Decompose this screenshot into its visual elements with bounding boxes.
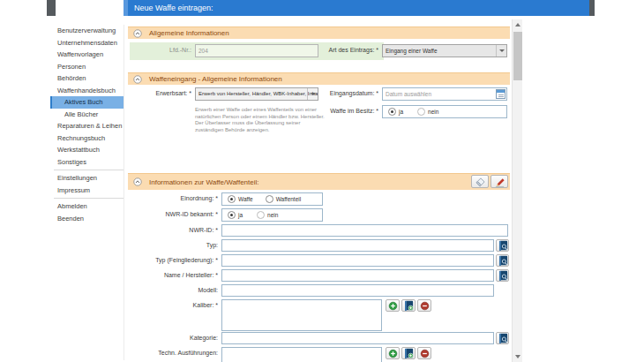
eingangsdatum-input[interactable] [382, 87, 507, 101]
edit-pen-icon [494, 177, 505, 187]
erwerbsart-label: Erwerbsart: * [124, 90, 191, 96]
sidebar-item-abmelden[interactable]: Abmelden [50, 200, 124, 213]
section-header-allgemeine-informationen[interactable]: Allgemeine Informationen [128, 26, 510, 39]
radio-ja[interactable] [388, 108, 396, 116]
chevron-down-icon [515, 355, 520, 358]
radio-nein[interactable] [257, 211, 265, 219]
eraser-icon [475, 177, 486, 187]
name-hersteller-catalog-button[interactable] [496, 269, 509, 282]
art-des-eintrags-dropdown[interactable]: Eingang einer Waffe [382, 44, 507, 57]
sidebar-item-reparaturen-leihen[interactable]: Reparaturen & Leihen [50, 120, 124, 132]
radio-nein-label: nein [267, 212, 278, 218]
name-hersteller-label: Name / Hersteller: * [124, 272, 218, 278]
typ-feingliederung-input[interactable] [221, 254, 494, 267]
waffe-im-besitz-label: Waffe im Besitz: * [311, 108, 378, 114]
collapse-icon[interactable] [133, 177, 142, 186]
collapse-icon[interactable] [133, 75, 142, 84]
kategorie-catalog-button[interactable] [496, 332, 509, 344]
window-corner-right [589, 0, 595, 16]
minus-icon [420, 301, 430, 311]
application-window: Neue Waffe eintragen: Benutzerverwaltung… [0, 0, 644, 362]
chevron-down-icon [496, 45, 506, 57]
sidebar-item-einstellungen[interactable]: Einstellungen [50, 172, 124, 185]
nwr-id-label: NWR-ID: * [124, 227, 218, 233]
kaliber-add-button[interactable] [386, 299, 400, 312]
sidebar-item-unternehmensdaten[interactable]: Unternehmensdaten [50, 37, 124, 49]
kategorie-input[interactable] [221, 332, 494, 344]
radio-waffe[interactable] [228, 195, 236, 203]
sidebar-item-beenden[interactable]: Beenden [50, 213, 124, 225]
kaliber-catalog-add-button[interactable] [401, 299, 416, 312]
typ-label: Typ: [124, 242, 218, 248]
sidebar-item-aktives-buch[interactable]: Aktives Buch [50, 96, 124, 109]
kaliber-list[interactable] [221, 299, 382, 331]
erwerbsart-dropdown[interactable]: Erwerb von Hersteller, Händler, WBK-Inha… [195, 87, 318, 101]
sidebar-divider [54, 170, 124, 170]
kategorie-label: Kategorie: [124, 335, 218, 341]
sidebar-item-benutzerverwaltung[interactable]: Benutzerverwaltung [50, 25, 124, 37]
sidebar-item-werkstattbuch[interactable]: Werkstattbuch [50, 144, 124, 156]
techn-remove-button[interactable] [417, 347, 431, 359]
section-header-waffe-info[interactable]: Informationen zur Waffe/Waffenteil: [128, 173, 510, 190]
collapse-icon[interactable] [133, 29, 142, 38]
techn-ausfuehrungen-label: Techn. Ausführungen: [124, 350, 218, 356]
section-header-waffeneingang[interactable]: Waffeneingang - Allgemeine Informationen [128, 72, 510, 85]
scroll-up-button[interactable] [513, 19, 523, 30]
einordnung-label: Einordnung: * [124, 195, 218, 201]
techn-catalog-add-button[interactable] [401, 347, 416, 359]
typ-feingliederung-catalog-button[interactable] [496, 254, 509, 267]
sidebar-item-waffenvorlagen[interactable]: Waffenvorlagen [50, 49, 124, 61]
plus-icon [388, 349, 398, 358]
radio-nein-label: nein [428, 109, 438, 115]
radio-ja-label: ja [238, 212, 243, 218]
art-des-eintrags-value: Eingang einer Waffe [386, 48, 438, 54]
scrollbar-thumb[interactable] [513, 32, 522, 80]
radio-ja[interactable] [228, 211, 236, 219]
erwerbsart-help-text: Erwerb einer Waffe oder eines Waffenteil… [195, 107, 326, 133]
typ-catalog-button[interactable] [496, 239, 509, 252]
name-hersteller-input[interactable] [221, 269, 494, 282]
einordnung-radio-group: Waffe Waffenteil [221, 192, 323, 206]
sidebar-item-rechnungsbuch[interactable]: Rechnungsbuch [50, 132, 124, 145]
section-title: Waffeneingang - Allgemeine Informationen [149, 73, 282, 85]
techn-ausfuehrungen-list[interactable] [221, 347, 382, 362]
scroll-down-button[interactable] [513, 351, 523, 362]
sidebar-item-alle-buecher[interactable]: Alle Bücher [50, 109, 124, 121]
vertical-scrollbar[interactable] [512, 19, 522, 362]
radio-waffenteil-label: Waffenteil [276, 196, 302, 202]
nwr-id-bekannt-label: NWR-ID bekannt: * [124, 211, 218, 217]
minus-icon [420, 349, 430, 358]
catalog-add-icon [403, 348, 414, 358]
window-corner-left [47, 0, 56, 16]
sidebar: Benutzerverwaltung Unternehmensdaten Waf… [50, 25, 124, 360]
lfd-nr-input[interactable] [195, 44, 318, 57]
sidebar-item-sonstiges[interactable]: Sonstiges [50, 156, 124, 169]
calendar-icon[interactable] [496, 89, 505, 99]
catalog-search-icon [498, 255, 508, 266]
sidebar-divider [54, 198, 124, 199]
modell-label: Modell: [124, 287, 218, 293]
radio-waffenteil[interactable] [266, 195, 273, 203]
catalog-add-icon [403, 300, 414, 311]
eingangsdatum-field [382, 87, 507, 101]
typ-feingliederung-label: Typ (Feingliederung): * [124, 257, 218, 263]
sidebar-item-impressum[interactable]: Impressum [50, 185, 124, 197]
erwerbsart-value: Erwerb von Hersteller, Händler, WBK-Inha… [198, 91, 318, 96]
plus-icon [388, 301, 398, 311]
modell-input[interactable] [221, 284, 494, 297]
kaliber-remove-button[interactable] [417, 299, 431, 312]
typ-input[interactable] [221, 239, 494, 252]
sidebar-item-waffenhandelsbuch[interactable]: Waffenhandelsbuch [50, 85, 124, 97]
radio-nein[interactable] [417, 108, 425, 116]
sidebar-item-personen[interactable]: Personen [50, 61, 124, 73]
clear-fields-button[interactable] [471, 175, 489, 188]
techn-add-button[interactable] [386, 347, 400, 359]
edit-button[interactable] [490, 175, 508, 188]
lfd-nr-label: Lfd.-Nr.: [130, 47, 191, 53]
kaliber-label: Kaliber: * [124, 302, 218, 308]
section-title: Allgemeine Informationen [149, 27, 229, 39]
sidebar-item-behoerden[interactable]: Behörden [50, 72, 124, 85]
waffe-im-besitz-radio-group: ja nein [382, 105, 507, 118]
nwr-id-input[interactable] [221, 224, 508, 237]
catalog-search-icon [498, 240, 508, 251]
